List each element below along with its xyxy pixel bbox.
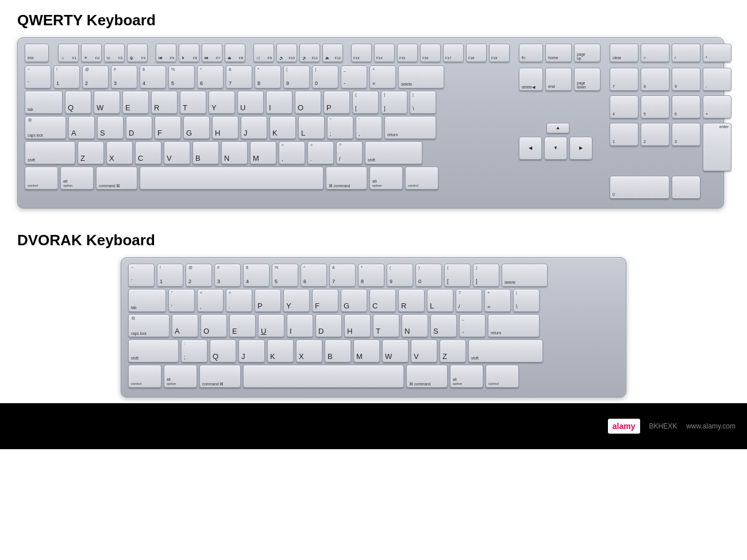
key-backslash[interactable]: |\ — [410, 91, 436, 114]
dv-key-backslash[interactable]: |\ — [513, 289, 540, 312]
key-m[interactable]: M — [250, 141, 276, 164]
dv-key-y[interactable]: Y — [283, 289, 310, 312]
dv-key-semicolon[interactable]: :; — [181, 339, 207, 362]
dv-key-0[interactable]: )0 — [415, 264, 442, 287]
key-1[interactable]: !1 — [53, 65, 80, 88]
key-4[interactable]: $4 — [140, 65, 166, 88]
dv-key-2[interactable]: @2 — [186, 264, 212, 287]
key-v[interactable]: V — [164, 141, 190, 164]
key-r[interactable]: R — [151, 91, 178, 114]
dv-key-1[interactable]: !1 — [157, 264, 183, 287]
key-f8[interactable]: ⏏F8 — [225, 44, 245, 62]
key-space[interactable] — [140, 167, 324, 190]
key-e[interactable]: E — [122, 91, 149, 114]
dv-key-q[interactable]: Q — [210, 339, 236, 362]
key-num-0[interactable]: 0 — [610, 176, 669, 199]
dv-key-shift-left[interactable]: shift — [128, 339, 179, 362]
dv-key-k[interactable]: K — [267, 339, 294, 362]
dv-key-v[interactable]: V — [411, 339, 437, 362]
key-f14[interactable]: F14 — [374, 44, 395, 62]
key-h[interactable]: H — [212, 116, 238, 139]
key-i[interactable]: I — [266, 91, 292, 114]
key-return[interactable]: return — [384, 116, 436, 139]
dv-key-u[interactable]: U — [258, 314, 284, 337]
dv-key-i[interactable]: I — [287, 314, 313, 337]
dv-key-c[interactable]: C — [369, 289, 396, 312]
dv-key-shift-right[interactable]: shift — [468, 339, 543, 362]
key-f17[interactable]: F17 — [443, 44, 464, 62]
dv-key-tilde[interactable]: ~` — [128, 264, 155, 287]
key-num-2[interactable]: 2 — [641, 123, 669, 146]
key-cmd-left[interactable]: command ⌘ — [96, 167, 137, 190]
dv-key-z[interactable]: Z — [440, 339, 466, 362]
key-f3[interactable]: ⊟F3 — [104, 44, 125, 62]
dv-key-cmd-right[interactable]: ⌘ command — [406, 365, 448, 388]
dv-key-o[interactable]: O — [201, 314, 227, 337]
dv-key-space[interactable] — [243, 365, 404, 388]
dv-key-period[interactable]: >. — [226, 289, 252, 312]
dv-key-l[interactable]: L — [427, 289, 453, 312]
key-x[interactable]: X — [106, 141, 133, 164]
key-k[interactable]: K — [269, 116, 296, 139]
key-num-3[interactable]: 3 — [672, 123, 700, 146]
key-num-7[interactable]: 7 — [610, 68, 638, 91]
dv-key-slash[interactable]: ?/ — [456, 289, 482, 312]
key-f16[interactable]: F16 — [420, 44, 441, 62]
key-delete-forward[interactable]: delete◀ — [519, 68, 543, 91]
dv-key-f[interactable]: F — [312, 289, 338, 312]
key-g[interactable]: G — [183, 116, 210, 139]
key-tilde[interactable]: ~` — [25, 65, 51, 88]
key-u[interactable]: U — [237, 91, 264, 114]
dv-key-g[interactable]: G — [341, 289, 367, 312]
key-arrow-left[interactable]: ◀ — [519, 137, 542, 160]
key-equals[interactable]: += — [369, 65, 396, 88]
dv-key-comma[interactable]: <, — [197, 289, 224, 312]
key-num-1[interactable]: 1 — [610, 123, 638, 146]
dv-key-alt-right[interactable]: altoption — [450, 365, 483, 388]
dv-key-6[interactable]: ^6 — [301, 264, 327, 287]
dv-key-quote[interactable]: "' — [168, 289, 195, 312]
dv-key-w[interactable]: W — [382, 339, 409, 362]
dv-key-7[interactable]: &7 — [329, 264, 356, 287]
key-t[interactable]: T — [180, 91, 206, 114]
dv-key-9[interactable]: (9 — [387, 264, 413, 287]
key-w[interactable]: W — [94, 91, 120, 114]
key-b[interactable]: B — [192, 141, 219, 164]
key-y[interactable]: Y — [209, 91, 235, 114]
key-num-9[interactable]: 9 — [672, 68, 700, 91]
key-home[interactable]: home — [545, 44, 572, 62]
dv-key-t[interactable]: T — [373, 314, 399, 337]
key-f11[interactable]: 🔉F11 — [299, 44, 320, 62]
key-alt-left[interactable]: altoption — [60, 167, 94, 190]
key-2[interactable]: @2 — [82, 65, 109, 88]
key-f[interactable]: F — [155, 116, 181, 139]
key-delete[interactable]: delete — [398, 65, 444, 88]
key-6[interactable]: ^6 — [197, 65, 224, 88]
key-alt-right[interactable]: altoption — [369, 167, 403, 190]
dv-key-tab[interactable]: tab — [128, 289, 166, 312]
key-ctrl-right[interactable]: control — [405, 167, 438, 190]
key-end[interactable]: end — [545, 68, 572, 91]
key-num-enter[interactable]: enter — [703, 123, 731, 171]
key-num-divide[interactable]: / — [672, 44, 700, 62]
dv-key-8[interactable]: *8 — [358, 264, 384, 287]
key-quote[interactable]: ', — [356, 116, 382, 139]
key-f4[interactable]: ⏻F4 — [127, 44, 148, 62]
key-0[interactable]: )0 — [312, 65, 338, 88]
key-l[interactable]: L — [298, 116, 325, 139]
key-tab[interactable]: tab — [25, 91, 63, 114]
key-f19[interactable]: F19 — [489, 44, 510, 62]
key-f5[interactable]: ⏮F5 — [156, 44, 176, 62]
key-d[interactable]: D — [126, 116, 152, 139]
dv-key-return[interactable]: return — [488, 314, 540, 337]
dv-key-a[interactable]: A — [172, 314, 198, 337]
dv-key-p[interactable]: P — [255, 289, 281, 312]
key-8[interactable]: *8 — [255, 65, 281, 88]
dv-key-s[interactable]: S — [430, 314, 457, 337]
key-shift-left[interactable]: shift — [25, 141, 75, 164]
dv-key-r[interactable]: R — [398, 289, 425, 312]
key-f13[interactable]: F13 — [351, 44, 372, 62]
key-p[interactable]: P — [324, 91, 350, 114]
key-esc[interactable]: esc — [25, 44, 49, 62]
key-z[interactable]: Z — [78, 141, 104, 164]
